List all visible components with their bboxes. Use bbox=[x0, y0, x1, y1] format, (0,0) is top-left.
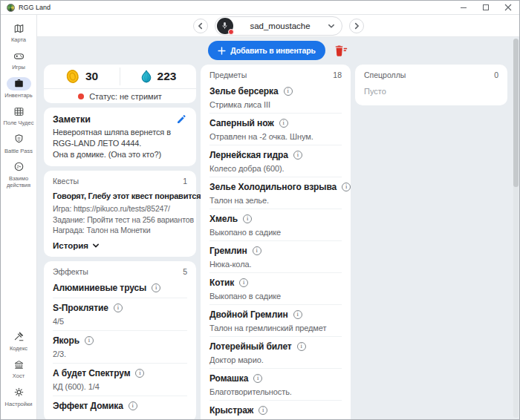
sidebar-label: Инвентарь bbox=[4, 92, 32, 99]
sidebar-item-settings[interactable]: Настройки bbox=[1, 386, 36, 407]
status-dot-icon bbox=[78, 93, 84, 99]
item-subtitle: Выкопано в садике bbox=[209, 227, 342, 237]
info-icon[interactable] bbox=[114, 303, 123, 312]
live-status-dot bbox=[228, 29, 234, 35]
add-to-inventory-button[interactable]: Добавить в инвентарь bbox=[208, 41, 325, 60]
effects-list: Алюминиевые трусы S-Проклятие bbox=[53, 278, 187, 416]
item-row: Лернейская гидра Колесо добра (600). bbox=[209, 145, 342, 177]
app-logo-icon bbox=[7, 4, 15, 12]
sidebar-item-games[interactable]: Игры bbox=[1, 49, 36, 70]
profile-card: 30 223 Статус: не стримит bbox=[44, 65, 196, 103]
grid-icon bbox=[13, 106, 25, 117]
sidebar-label: Взаимо действия bbox=[1, 175, 36, 189]
info-icon[interactable] bbox=[85, 336, 94, 345]
item-name: Крыстраж bbox=[209, 404, 253, 416]
scrollbar-thumb[interactable] bbox=[513, 39, 519, 187]
quest-history-toggle[interactable]: История bbox=[53, 240, 187, 251]
stream-status: Статус: не стримит bbox=[44, 88, 196, 103]
item-subtitle: Выкопано в садике bbox=[209, 291, 342, 301]
map-icon bbox=[13, 23, 25, 34]
sidebar-item-codex[interactable]: Кодекс bbox=[1, 330, 36, 352]
item-row: Крыстраж bbox=[209, 400, 342, 419]
briefcase-icon bbox=[13, 78, 25, 89]
minimize-icon bbox=[461, 7, 467, 8]
gems-balance: 223 bbox=[120, 65, 196, 88]
sidebar-item-map[interactable]: Карта bbox=[1, 22, 36, 43]
item-subtitle: Доктор марио. bbox=[209, 355, 342, 365]
item-subtitle: Колесо добра (600). bbox=[209, 163, 342, 174]
specrolls-card: Спецроллы 0 Пусто bbox=[355, 65, 507, 105]
item-name: Лотерейный билет bbox=[209, 341, 292, 352]
effect-name: А будет Спектрум bbox=[53, 367, 130, 379]
sidebar-item-wheel[interactable]: Поле Чудес bbox=[1, 105, 36, 126]
vertical-scrollbar[interactable] bbox=[513, 39, 519, 418]
sidebar-label: Настройки bbox=[5, 401, 33, 407]
info-icon[interactable] bbox=[253, 374, 262, 383]
coins-balance: 30 bbox=[44, 65, 120, 88]
item-subtitle: Отравлен на -2 очка. Шнум. bbox=[209, 131, 342, 142]
quests-title: Квесты bbox=[53, 177, 79, 186]
info-icon[interactable] bbox=[152, 283, 160, 292]
effect-name: Алюминиевые трусы bbox=[53, 282, 146, 294]
info-icon[interactable] bbox=[297, 342, 306, 351]
gavel-icon bbox=[13, 331, 25, 342]
info-icon[interactable] bbox=[243, 214, 252, 223]
items-title: Предметы bbox=[209, 70, 247, 80]
sidebar-item-interactions[interactable]: Взаимо действия bbox=[1, 160, 36, 189]
info-icon[interactable] bbox=[293, 151, 302, 160]
item-subtitle: Талон на гремлинский предмет bbox=[209, 323, 342, 333]
sidebar-label: Кодекс bbox=[10, 345, 27, 352]
item-subtitle: Нюка-кола. bbox=[209, 259, 342, 269]
items-list: Зелье берсерка Стримка лиса III Саперн bbox=[209, 82, 342, 419]
item-name: Котик bbox=[209, 277, 234, 289]
notes-card: Заметки Невероятная шляпа вернется в RGG… bbox=[44, 108, 196, 166]
item-row: Зелье Холодильного взрыва Талон на зелье… bbox=[209, 177, 342, 209]
sidebar-item-host[interactable]: Хост bbox=[1, 358, 36, 379]
edit-notes-button[interactable] bbox=[176, 114, 187, 125]
effect-name: Эффект Домика bbox=[53, 400, 123, 412]
info-icon[interactable] bbox=[259, 406, 267, 415]
window-title: RGG Land bbox=[19, 4, 51, 11]
close-button[interactable] bbox=[497, 1, 519, 14]
shield-icon bbox=[13, 134, 25, 145]
app-window: RGG Land Карта Игры Инвентарь bbox=[0, 0, 520, 420]
item-row: Лотерейный билет Доктор марио. bbox=[209, 336, 342, 368]
item-row: Саперный нож Отравлен на -2 очка. Шнум. bbox=[209, 113, 342, 145]
user-selector[interactable]: sad_moustache bbox=[215, 16, 342, 36]
effects-title: Эффекты bbox=[53, 267, 88, 277]
info-icon[interactable] bbox=[129, 401, 137, 410]
sidebar-item-inventory[interactable]: Инвентарь bbox=[1, 77, 36, 99]
info-icon[interactable] bbox=[293, 310, 302, 319]
notes-body: Невероятная шляпа вернется в RGG-LAND ЛЕ… bbox=[53, 127, 187, 160]
specrolls-empty-label: Пусто bbox=[364, 87, 498, 99]
bank-icon bbox=[13, 359, 25, 370]
close-icon bbox=[504, 4, 512, 11]
sidebar-item-battle-pass[interactable]: Battle Pass bbox=[1, 133, 36, 154]
effect-row: Якорь 2/3. bbox=[53, 330, 187, 363]
item-subtitle: Стримка лиса III bbox=[209, 99, 342, 110]
item-name: Гремлин bbox=[209, 245, 247, 257]
items-count: 18 bbox=[333, 70, 342, 80]
quest-details: Игра: https://pikuco.ru/tests/85247/Зада… bbox=[53, 203, 187, 236]
info-icon[interactable] bbox=[135, 369, 144, 378]
info-icon[interactable] bbox=[253, 246, 261, 255]
info-icon[interactable] bbox=[279, 119, 288, 128]
info-icon[interactable] bbox=[239, 278, 248, 287]
effects-count: 5 bbox=[183, 267, 187, 277]
effect-row: А будет Спектрум КД (600). 1/4 bbox=[53, 363, 187, 396]
info-icon[interactable] bbox=[284, 87, 293, 96]
delete-button[interactable] bbox=[334, 45, 348, 57]
chevron-down-icon bbox=[92, 242, 100, 249]
item-subtitle: Талон на зелье. bbox=[209, 195, 342, 206]
maximize-button[interactable] bbox=[475, 1, 497, 14]
prev-user-button[interactable] bbox=[193, 19, 208, 33]
sidebar-label: Игры bbox=[12, 64, 25, 70]
next-user-button[interactable] bbox=[349, 19, 364, 33]
chevron-down-icon bbox=[328, 22, 335, 30]
info-icon[interactable] bbox=[342, 183, 351, 191]
quest-detail-line: Задание: Пройти тест на 256 вариантов bbox=[53, 214, 187, 226]
item-row: Ромашка Благотворительность. bbox=[209, 368, 342, 400]
item-name: Ромашка bbox=[209, 373, 248, 384]
minimize-button[interactable] bbox=[452, 1, 475, 14]
item-subtitle: Благотворительность. bbox=[209, 387, 342, 397]
